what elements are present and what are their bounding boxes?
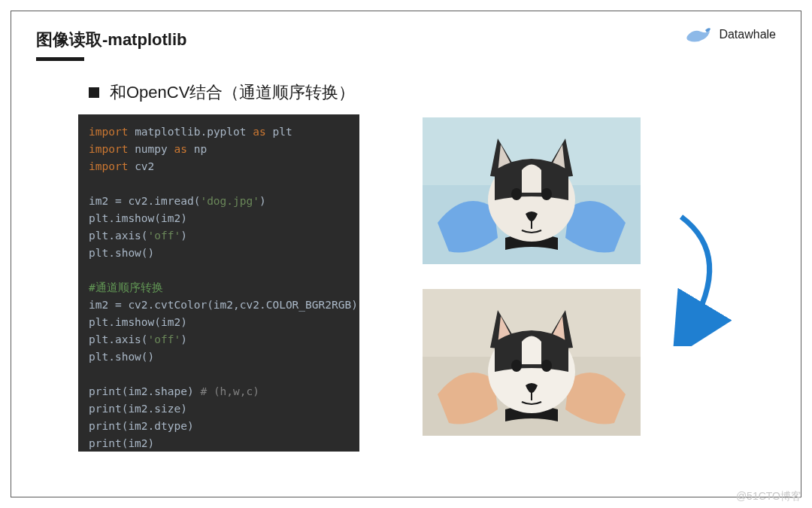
slide-header: 图像读取-matplotlib	[36, 29, 186, 61]
square-bullet-icon	[89, 87, 99, 98]
code-token: plt.axis(	[89, 230, 148, 242]
code-token: 'dog.jpg'	[200, 195, 259, 207]
code-token: )	[180, 333, 187, 345]
slide-title: 图像读取-matplotlib	[36, 29, 186, 51]
code-token: )	[259, 195, 266, 207]
code-token: print(im2)	[89, 437, 154, 449]
watermark: @51CTO博客	[736, 490, 801, 503]
code-token: plt.show()	[89, 247, 154, 259]
code-token: import	[89, 160, 128, 172]
husky-illustration-rgb	[423, 289, 641, 436]
code-token: import	[89, 126, 128, 138]
code-comment: #通道顺序转换	[89, 281, 163, 294]
code-token: np	[194, 143, 207, 155]
code-token: 'off'	[148, 230, 181, 242]
code-token: import	[89, 143, 128, 155]
code-token: 'off'	[148, 333, 181, 345]
code-token: cv2	[135, 160, 154, 172]
code-token: print(im2.dtype)	[89, 420, 194, 432]
code-token: as	[253, 126, 265, 138]
subtitle-text: 和OpenCV结合（通道顺序转换）	[110, 81, 355, 104]
code-token: matplotlib.pyplot	[135, 126, 246, 138]
code-token: plt.imshow(im2)	[89, 316, 187, 328]
code-token: plt.show()	[89, 351, 154, 363]
arrow-icon	[659, 211, 741, 346]
code-token: plt.axis(	[89, 333, 148, 345]
brand-name: Datawhale	[719, 28, 776, 41]
code-token: im2 = cv2.cvtColor(im2,cv2.COLOR_BGR2RGB…	[89, 299, 358, 311]
svg-point-8	[511, 360, 522, 372]
subtitle-row: 和OpenCV结合（通道顺序转换）	[89, 81, 355, 104]
husky-illustration-bgr	[423, 117, 641, 264]
svg-point-4	[541, 188, 552, 200]
code-token: print(im2.shape)	[89, 385, 194, 397]
image-top	[423, 117, 641, 264]
brand: Datawhale	[686, 26, 776, 44]
code-token: numpy	[135, 143, 168, 155]
code-token: as	[174, 143, 187, 155]
code-token: )	[180, 230, 187, 242]
code-token: print(im2.size)	[89, 403, 187, 415]
code-token: plt.imshow(im2)	[89, 212, 187, 224]
image-bottom	[423, 289, 641, 436]
title-underline	[36, 57, 84, 61]
svg-point-9	[541, 360, 552, 372]
code-block: import matplotlib.pyplot as plt import n…	[78, 114, 359, 452]
svg-point-3	[511, 188, 522, 200]
code-token: im2 = cv2.imread(	[89, 195, 200, 207]
code-token: plt	[272, 126, 292, 138]
whale-icon	[686, 26, 711, 44]
code-comment: # (h,w,c)	[194, 385, 259, 397]
